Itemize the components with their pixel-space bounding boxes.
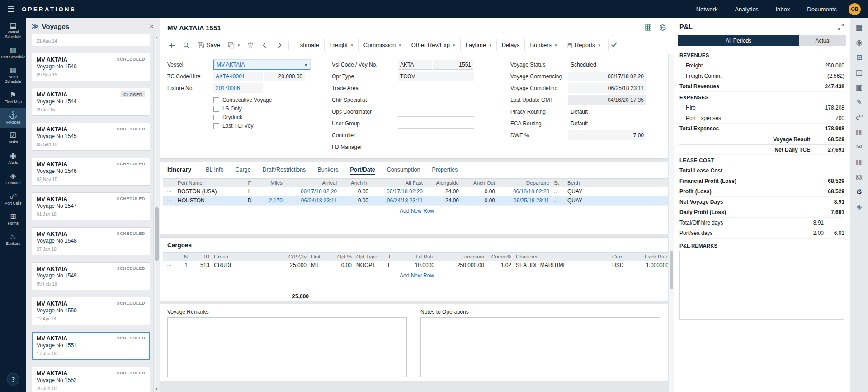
- sidebar-item-port-calls[interactable]: ☍Port Calls: [0, 189, 26, 210]
- checkbox-consecutive-voyage[interactable]: Consecutive Voyage: [213, 97, 332, 103]
- monitor-icon[interactable]: ⊞: [853, 51, 866, 63]
- itinerary-row[interactable]: ⋯BOSTON (USA)L06/17/18 02:200.0006/17/18…: [163, 187, 671, 196]
- voyage-card[interactable]: MV AKTAIASCHEDULEDVoyage No 154827 Jan 1…: [32, 227, 150, 255]
- sidebar-item-tasks[interactable]: ☑Tasks: [0, 128, 26, 148]
- previous-voyage-button[interactable]: [258, 39, 272, 51]
- scroll-down-arrow[interactable]: ▼: [154, 386, 160, 392]
- field-vsl-code-voy-no[interactable]: AKTA: [398, 60, 432, 70]
- next-voyage-button[interactable]: [272, 39, 287, 51]
- field-last-update-gmt[interactable]: 04/16/20 17:35: [568, 95, 646, 105]
- field-piracy-routing[interactable]: Default: [568, 107, 646, 117]
- field-trade-area[interactable]: [398, 83, 474, 93]
- knowledge-icon[interactable]: ◫: [853, 66, 866, 78]
- sidebar-item-voyages[interactable]: ⚓Voyages: [0, 108, 26, 129]
- export-grid-icon[interactable]: [645, 24, 652, 31]
- checkbox-drydock[interactable]: Drydock: [213, 114, 332, 120]
- topbar-link-analytics[interactable]: Analytics: [735, 6, 758, 13]
- main-scrollbar[interactable]: [668, 54, 674, 392]
- cargo-row[interactable]: ⋯1513CRUDE25,000MT0.00NOOPTL10.0000250,0…: [163, 261, 671, 270]
- toolbar-other-rev-exp[interactable]: Other Rev/Exp▾: [406, 39, 460, 51]
- sidebar-item-forms[interactable]: ⊞Forms: [0, 209, 26, 229]
- user-avatar[interactable]: OB: [849, 3, 861, 15]
- field-chtr-specialist[interactable]: [398, 95, 474, 105]
- tc-code-field[interactable]: AKTA-I0001: [213, 72, 263, 81]
- sidebar-item-port-schedule[interactable]: ▥Port Schedule: [0, 43, 26, 63]
- toolbar-estimate[interactable]: Estimate: [291, 39, 324, 51]
- tab-bl-info[interactable]: BL Info: [206, 167, 223, 175]
- sidebar-item-onboard[interactable]: ◈Onboard: [0, 169, 26, 189]
- checkbox-box[interactable]: [213, 106, 219, 112]
- pl-tab-all-periods[interactable]: All Periods: [678, 35, 799, 46]
- tab-draft-restrictions[interactable]: Draft/Restrictions: [262, 167, 306, 175]
- inbox-icon[interactable]: ✉: [853, 140, 866, 153]
- vessel-select[interactable]: MV AKTAIA ▾: [213, 60, 310, 70]
- field-opr-type[interactable]: TCOV: [398, 72, 474, 81]
- topbar-link-inbox[interactable]: Inbox: [775, 6, 790, 13]
- voyage-card[interactable]: MV AKTAIASCHEDULEDVoyage No 155226 Jun 1…: [32, 367, 150, 392]
- close-icon[interactable]: ✕: [149, 23, 154, 30]
- calendar-icon[interactable]: ▧: [853, 170, 866, 183]
- save-button[interactable]: Save: [193, 39, 224, 51]
- field-voyage-number[interactable]: 1551: [433, 60, 473, 70]
- checkbox-ls-only[interactable]: LS Only: [213, 105, 332, 112]
- voyage-card[interactable]: MV AKTAIASCHEDULEDVoyage No 154701 Jan 1…: [32, 192, 150, 220]
- voyage-card[interactable]: MV AKTAIASCHEDULEDVoyage No 154602 Nov 1…: [32, 158, 150, 186]
- topbar-link-documents[interactable]: Documents: [807, 6, 837, 13]
- charts-icon[interactable]: ▤: [853, 21, 866, 33]
- toolbar-laytime[interactable]: Laytime▾: [460, 39, 496, 51]
- field-ops-coordinator[interactable]: [398, 107, 474, 117]
- field-user-group[interactable]: [398, 119, 474, 129]
- topbar-link-network[interactable]: Network: [696, 6, 718, 13]
- hire-rate-field[interactable]: 20,000.00: [264, 72, 305, 81]
- voyages-scrollbar[interactable]: ▲ ▼: [153, 34, 160, 392]
- voyage-card[interactable]: MV AKTAIASCHEDULEDVoyage No 155012 Apr 1…: [32, 297, 150, 325]
- voyage-card[interactable]: MV AKTAIASCHEDULEDVoyage No 154009 Sep 1…: [32, 53, 150, 81]
- field-dwf[interactable]: 7.00: [568, 130, 646, 140]
- gauge-icon[interactable]: ◉: [853, 36, 866, 48]
- tab-bunkers[interactable]: Bunkers: [317, 167, 338, 175]
- notes-to-operations-input[interactable]: [420, 317, 660, 377]
- sidebar-item-vessel-schedule[interactable]: ▤Vessel Schedule: [0, 18, 26, 43]
- field-controller[interactable]: [398, 130, 474, 140]
- checkbox-last-tci-voy[interactable]: Last TCI Voy: [213, 123, 332, 129]
- field-voyage-status[interactable]: Scheduled: [568, 60, 646, 70]
- checkbox-box[interactable]: [213, 97, 219, 103]
- signal-icon[interactable]: ▦: [853, 155, 866, 168]
- voyage-card-partial[interactable]: 21 Aug 14: [32, 34, 150, 46]
- bank-icon[interactable]: ◈: [853, 200, 866, 213]
- expand-icon[interactable]: [837, 23, 844, 30]
- layers-icon[interactable]: ▣: [853, 81, 866, 93]
- sidebar-item-fleet-map[interactable]: ⚑Fleet Map: [0, 88, 26, 108]
- validate-check-icon[interactable]: [608, 39, 619, 51]
- scrollbar-thumb[interactable]: [155, 207, 159, 261]
- toolbar-freight[interactable]: Freight▾: [324, 39, 358, 51]
- globe-icon[interactable]: [659, 24, 666, 31]
- tab-properties[interactable]: Properties: [432, 167, 458, 175]
- tab-consumption[interactable]: Consumption: [387, 167, 420, 175]
- menu-icon[interactable]: ☰: [7, 4, 14, 14]
- voyage-card[interactable]: MV AKTAIACLOSEDVoyage No 154429 Jul 15: [32, 88, 150, 116]
- network-icon[interactable]: ☍: [853, 110, 866, 123]
- pl-remarks-input[interactable]: [679, 251, 844, 320]
- field-fd-manager[interactable]: [398, 142, 474, 152]
- voyage-card[interactable]: MV AKTAIASCHEDULEDVoyage No 154505 Sep 1…: [32, 123, 150, 151]
- toolbar-bunkers[interactable]: Bunkers▾: [524, 39, 561, 51]
- search-button[interactable]: [179, 39, 193, 51]
- checkbox-box[interactable]: [213, 123, 219, 129]
- itinerary-row[interactable]: ⋯HOUSTOND2,17006/24/18 23:110.0006/24/18…: [163, 196, 671, 206]
- field-eca-routing[interactable]: Default: [568, 119, 646, 129]
- field-voyage-completing[interactable]: 06/25/18 23:11: [568, 83, 646, 93]
- sidebar-item-berth-schedule[interactable]: ▦Berth Schedule: [0, 63, 26, 88]
- copy-button[interactable]: ▾: [224, 39, 244, 51]
- toolbar-delays[interactable]: Delays: [496, 39, 525, 51]
- settings-icon[interactable]: ⚙: [853, 185, 866, 198]
- collapse-panel-icon[interactable]: ≫: [32, 22, 39, 30]
- pl-tab-actual[interactable]: Actual: [799, 35, 846, 46]
- voyage-card[interactable]: MV AKTAIASCHEDULEDVoyage No 154909 Feb 1…: [32, 262, 150, 290]
- toolbar-reports[interactable]: ▤Reports▾: [562, 39, 605, 51]
- delete-button[interactable]: [243, 39, 258, 51]
- tab-cargo[interactable]: Cargo: [235, 167, 250, 175]
- fixture-no-field[interactable]: 20170006: [213, 83, 263, 93]
- tab-port-date[interactable]: Port/Date: [350, 167, 375, 175]
- row-menu-button[interactable]: ⋯: [163, 187, 175, 196]
